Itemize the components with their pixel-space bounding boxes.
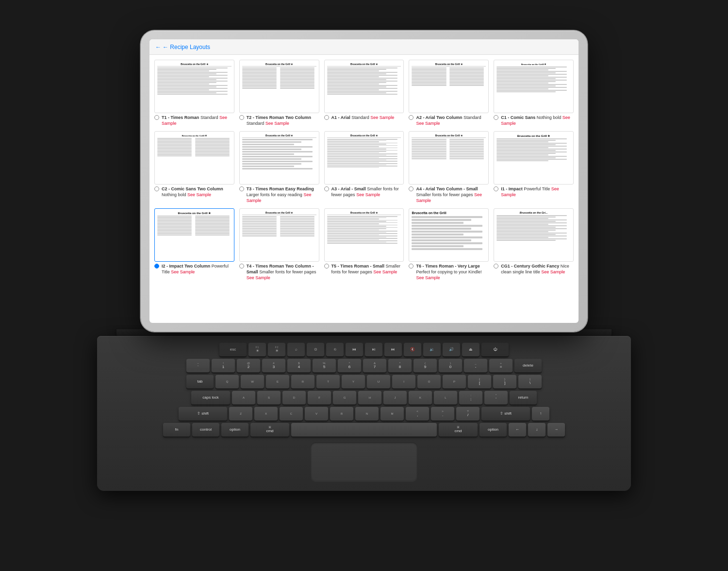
back-button[interactable]: ← ← Recipe Layouts (155, 44, 210, 50)
key-space[interactable] (291, 423, 437, 437)
key-e[interactable]: E (266, 375, 289, 388)
radio-T3[interactable] (239, 186, 244, 191)
key-shift-right[interactable]: ⇧ shift (481, 407, 530, 420)
key-delete[interactable]: delete (514, 359, 542, 372)
key-r[interactable]: R (291, 375, 314, 388)
radio-T5[interactable] (324, 264, 329, 269)
key-a[interactable]: A (232, 391, 255, 404)
key-2[interactable]: @2 (237, 359, 260, 372)
key-f9[interactable]: 🔇 (404, 343, 421, 356)
layout-item-A2[interactable]: Bruscetta on the Grill ★ (409, 60, 489, 126)
key-period[interactable]: >. (431, 407, 454, 420)
see-sample-T2[interactable]: See Sample (265, 121, 289, 126)
radio-A1[interactable] (324, 115, 329, 120)
key-bracket-right[interactable]: }] (493, 375, 516, 388)
key-1[interactable]: !1 (212, 359, 235, 372)
key-n[interactable]: N (355, 407, 379, 420)
key-j[interactable]: J (383, 391, 407, 404)
radio-T2[interactable] (239, 115, 244, 120)
layout-item-T4[interactable]: Bruscetta on the Grill ★ (239, 208, 319, 281)
key-quote[interactable]: "' (484, 391, 508, 404)
key-backtick[interactable]: ~` (186, 359, 210, 372)
key-f8[interactable]: ⏭ (384, 343, 402, 356)
radio-T4[interactable] (239, 264, 244, 269)
key-6[interactable]: ^6 (338, 359, 361, 372)
key-f6[interactable]: ⏮ (346, 343, 363, 356)
layout-item-T2[interactable]: Bruscetta on the Grill ★ (239, 60, 319, 126)
see-sample-A2[interactable]: See Sample (416, 121, 440, 126)
key-f10[interactable]: 🔉 (423, 343, 441, 356)
layout-item-A3[interactable]: Bruscetta on the Grill ★ (324, 131, 404, 203)
key-v[interactable]: V (305, 407, 328, 420)
key-7[interactable]: &7 (363, 359, 386, 372)
key-4[interactable]: $4 (287, 359, 311, 372)
key-escape[interactable]: esc (219, 343, 247, 356)
layout-item-T5[interactable]: Bruscetta on the Grill ★ (324, 208, 404, 281)
key-cmd-left[interactable]: ⌘cmd (250, 423, 289, 437)
layout-item-A1[interactable]: Bruscetta on the Grill ★ (324, 60, 404, 126)
key-comma[interactable]: <, (406, 407, 429, 420)
key-0[interactable]: )0 (439, 359, 462, 372)
key-control[interactable]: control (192, 423, 219, 437)
key-f4[interactable]: ⊙ (307, 343, 324, 356)
radio-C2[interactable] (154, 186, 159, 191)
key-g[interactable]: G (333, 391, 356, 404)
radio-T1[interactable] (154, 115, 159, 120)
key-f[interactable]: F (308, 391, 331, 404)
key-arrow-up[interactable]: ↑ (532, 407, 549, 420)
layout-item-C2[interactable]: Bruscetta on the Grill ★ (154, 131, 234, 203)
key-slash[interactable]: ?/ (456, 407, 480, 420)
key-s[interactable]: S (257, 391, 281, 404)
radio-C1[interactable] (494, 115, 498, 120)
key-arrow-down[interactable]: ↓ (528, 423, 546, 437)
see-sample-T6[interactable]: See Sample (416, 275, 440, 280)
key-tab[interactable]: tab (186, 375, 214, 388)
key-capslock[interactable]: caps lock (191, 391, 230, 404)
see-sample-A1[interactable]: See Sample (370, 115, 394, 120)
layout-item-C1[interactable]: Bruscetta on the Grill ★ (494, 60, 574, 126)
key-option-left[interactable]: option (221, 423, 248, 437)
key-i[interactable]: I (392, 375, 415, 388)
layout-item-I1[interactable]: Bruscetta on the Grill ★ (494, 131, 574, 203)
key-f5[interactable]: ⎋ (326, 343, 344, 356)
key-f3[interactable]: ⌕ (287, 343, 305, 356)
see-sample-T4[interactable]: See Sample (247, 275, 270, 280)
key-3[interactable]: #3 (262, 359, 285, 372)
key-shift-left[interactable]: ⇧ shift (179, 407, 227, 420)
key-return[interactable]: return (510, 391, 537, 404)
key-p[interactable]: P (443, 375, 466, 388)
key-f11[interactable]: 🔊 (443, 343, 460, 356)
key-arrow-right[interactable]: → (547, 423, 565, 437)
see-sample-A3[interactable]: See Sample (356, 192, 380, 197)
see-sample-CG1[interactable]: See Sample (541, 269, 565, 274)
radio-A2[interactable] (409, 115, 414, 120)
layout-item-T6[interactable]: Bruscetta on the Grill (409, 208, 489, 281)
key-5[interactable]: %5 (313, 359, 336, 372)
radio-A3[interactable] (324, 186, 329, 191)
key-x[interactable]: X (254, 407, 278, 420)
key-u[interactable]: U (367, 375, 390, 388)
key-9[interactable]: (9 (414, 359, 437, 372)
key-c[interactable]: C (280, 407, 303, 420)
key-f1[interactable]: F1☀ (248, 343, 266, 356)
key-y[interactable]: Y (342, 375, 365, 388)
radio-A4[interactable] (409, 186, 414, 191)
layout-item-CG1[interactable]: Bruscetta on the Gri... (494, 208, 574, 281)
layout-item-T3[interactable]: Bruscetta on the Grill ★ (239, 131, 319, 203)
key-8[interactable]: *8 (388, 359, 412, 372)
key-t[interactable]: T (316, 375, 340, 388)
key-minus[interactable]: _- (464, 359, 487, 372)
layout-item-A4[interactable]: Bruscetta on the Grill ★ (409, 131, 489, 203)
key-option-right[interactable]: option (480, 423, 507, 437)
see-sample-I2[interactable]: See Sample (171, 269, 195, 274)
see-sample-C2[interactable]: See Sample (187, 192, 211, 197)
key-m[interactable]: M (381, 407, 404, 420)
radio-T6[interactable] (409, 264, 414, 269)
key-backslash[interactable]: |\ (518, 375, 542, 388)
radio-I2[interactable] (154, 264, 159, 269)
key-power[interactable]: ⏻ (481, 343, 509, 356)
radio-I1[interactable] (494, 186, 498, 191)
key-b[interactable]: B (330, 407, 353, 420)
trackpad[interactable] (311, 442, 417, 481)
key-z[interactable]: Z (229, 407, 252, 420)
